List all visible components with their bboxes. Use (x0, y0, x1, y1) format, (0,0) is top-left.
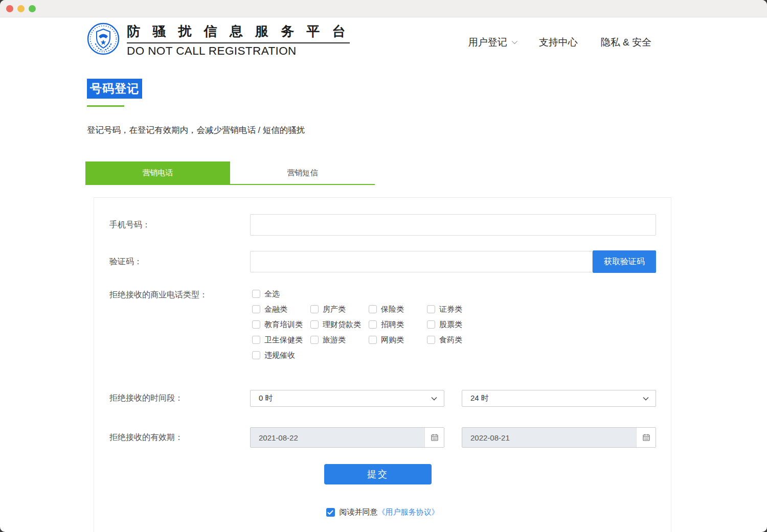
time-range-label: 拒绝接收的时间段： (109, 390, 249, 407)
checkbox-label: 旅游类 (323, 335, 346, 345)
chevron-down-icon (512, 38, 517, 44)
browser-window: 防 骚 扰 信 息 服 务 平 台 DO NOT CALL REGISTRATI… (0, 0, 767, 532)
checkbox-label: 房产类 (323, 305, 346, 314)
verification-code-label: 验证码： (109, 251, 249, 272)
registration-tabs: 营销电话 营销短信 (85, 161, 375, 185)
checkbox-select-all[interactable]: 全选 (252, 289, 280, 299)
validity-end-date[interactable]: 2022-08-21 (462, 427, 656, 448)
checkbox-securities[interactable]: 证券类 (427, 304, 462, 314)
get-verification-code-button[interactable]: 获取验证码 (593, 250, 656, 273)
top-nav: 用户登记 支持中心 隐私 & 安全 (468, 36, 651, 49)
time-start-value: 0 时 (259, 394, 273, 403)
checkbox-real-estate[interactable]: 房产类 (310, 304, 369, 314)
chevron-down-icon (431, 397, 437, 401)
checkbox-recruitment[interactable]: 招聘类 (369, 319, 427, 330)
call-categories-grid: 全选 金融类 房产类 保险类 证券类 (252, 289, 462, 365)
brand-block: 防 骚 扰 信 息 服 务 平 台 DO NOT CALL REGISTRATI… (87, 22, 350, 58)
nav-user-registration[interactable]: 用户登记 (468, 36, 516, 49)
nav-privacy-security-label: 隐私 & 安全 (601, 36, 651, 49)
checkbox-icon (252, 351, 260, 359)
registration-form-card: 手机号码： 验证码： 获取验证码 拒绝接收的商业电话类型： 全选 金融类 房产类 (94, 197, 671, 532)
checkbox-icon (252, 336, 260, 344)
phone-number-label: 手机号码： (109, 214, 249, 236)
checkmark-icon (327, 510, 333, 515)
checkbox-icon (252, 290, 260, 298)
checkbox-icon (369, 305, 377, 313)
checkbox-label: 食药类 (439, 335, 462, 345)
time-end-value: 24 时 (470, 394, 489, 403)
checkbox-healthcare[interactable]: 卫生保健类 (252, 335, 310, 345)
checkbox-icon (252, 305, 260, 313)
calendar-icon (424, 428, 444, 447)
checkbox-finance[interactable]: 金融类 (252, 304, 310, 314)
checkbox-label: 卫生保健类 (264, 335, 303, 345)
checkbox-label: 理财贷款类 (323, 320, 361, 330)
window-titlebar (0, 0, 767, 17)
checkbox-icon (427, 336, 435, 344)
checkbox-wealth-loans[interactable]: 理财贷款类 (310, 319, 369, 330)
checkbox-icon (427, 305, 435, 313)
time-start-select[interactable]: 0 时 (250, 390, 444, 407)
brand-subtitle: DO NOT CALL REGISTRATION (127, 44, 350, 58)
verification-code-input[interactable] (250, 251, 593, 272)
validity-start-date[interactable]: 2021-08-22 (250, 427, 444, 448)
validity-label: 拒绝接收的有效期： (109, 427, 249, 448)
checkbox-label: 招聘类 (381, 320, 404, 330)
checkbox-education-training[interactable]: 教育培训类 (252, 319, 310, 330)
checkbox-food-drug[interactable]: 食药类 (427, 335, 462, 345)
platform-logo-icon (87, 22, 120, 57)
nav-user-registration-label: 用户登记 (468, 36, 507, 49)
checkbox-online-shopping[interactable]: 网购类 (369, 335, 427, 345)
validity-end-value: 2022-08-21 (470, 433, 510, 442)
checkbox-icon (310, 305, 319, 313)
checkbox-icon (369, 336, 377, 344)
minimize-window-button[interactable] (17, 5, 25, 12)
user-service-agreement-link[interactable]: 《用户服务协议》 (378, 507, 439, 517)
checkbox-label: 保险类 (381, 305, 404, 314)
checkbox-label: 股票类 (439, 320, 462, 330)
nav-privacy-security[interactable]: 隐私 & 安全 (601, 36, 651, 49)
checkbox-label: 证券类 (439, 305, 462, 314)
agreement-checkbox[interactable] (326, 508, 335, 517)
checkbox-icon (252, 320, 260, 329)
checkbox-icon (310, 336, 319, 344)
tab-marketing-sms[interactable]: 营销短信 (230, 161, 375, 184)
checkbox-icon (427, 320, 435, 329)
validity-start-value: 2021-08-22 (259, 433, 298, 442)
submit-button[interactable]: 提交 (324, 464, 432, 484)
checkbox-label: 全选 (264, 289, 280, 299)
page-title: 号码登记 (87, 79, 142, 99)
zoom-window-button[interactable] (29, 5, 36, 12)
checkbox-travel[interactable]: 旅游类 (310, 335, 369, 345)
checkbox-label: 网购类 (381, 335, 404, 345)
tab-marketing-calls[interactable]: 营销电话 (85, 161, 230, 184)
checkbox-stocks[interactable]: 股票类 (427, 319, 462, 330)
tab-marketing-sms-label: 营销短信 (287, 168, 318, 178)
time-end-select[interactable]: 24 时 (462, 390, 656, 407)
close-window-button[interactable] (6, 5, 13, 12)
nav-support-center[interactable]: 支持中心 (539, 36, 578, 49)
checkbox-icon (310, 320, 319, 329)
calendar-icon (636, 428, 656, 447)
call-categories-label: 拒绝接收的商业电话类型： (109, 289, 249, 300)
checkbox-label: 教育培训类 (264, 320, 303, 330)
checkbox-illegal-collection[interactable]: 违规催收 (252, 350, 295, 360)
checkbox-label: 金融类 (264, 305, 287, 314)
phone-number-input[interactable] (250, 214, 656, 236)
brand-title: 防 骚 扰 信 息 服 务 平 台 (127, 22, 350, 43)
nav-support-center-label: 支持中心 (539, 36, 578, 49)
title-underline (87, 105, 124, 107)
chevron-down-icon (643, 397, 649, 401)
agreement-text: 阅读并同意 (340, 507, 378, 517)
checkbox-insurance[interactable]: 保险类 (369, 304, 427, 314)
agreement-row: 阅读并同意 《用户服务协议》 (94, 507, 671, 517)
tab-marketing-calls-label: 营销电话 (143, 168, 173, 178)
checkbox-icon (369, 320, 377, 329)
page-subtitle: 登记号码，在登记有效期内，会减少营销电话 / 短信的骚扰 (87, 125, 305, 136)
checkbox-label: 违规催收 (264, 351, 295, 360)
